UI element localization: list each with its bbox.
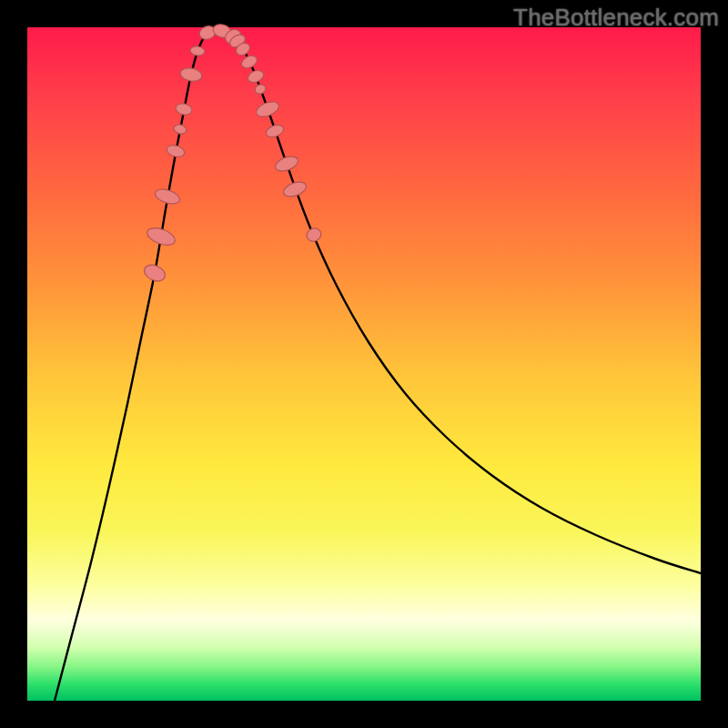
curve-marker <box>154 187 182 207</box>
chart-frame: TheBottleneck.com <box>0 0 728 728</box>
chart-svg <box>27 27 701 701</box>
curve-marker <box>273 154 299 174</box>
chart-plot-area <box>27 27 701 701</box>
curve-marker <box>281 179 308 199</box>
curve-marker <box>239 54 258 71</box>
curve-marker <box>173 123 187 135</box>
curve-marker <box>189 46 205 56</box>
watermark-text: TheBottleneck.com <box>513 4 719 32</box>
curve-marker <box>142 262 167 284</box>
curve-marker <box>265 123 286 139</box>
curve-marker <box>254 99 280 120</box>
curve-marker <box>166 143 187 158</box>
curve-marker <box>175 102 193 116</box>
curve-markers <box>142 23 323 285</box>
curve-marker <box>145 225 177 248</box>
curve-marker <box>305 226 324 244</box>
curve-marker <box>246 68 265 85</box>
curve-marker <box>254 83 268 96</box>
curve-marker <box>179 66 203 83</box>
bottleneck-curve <box>55 28 701 701</box>
